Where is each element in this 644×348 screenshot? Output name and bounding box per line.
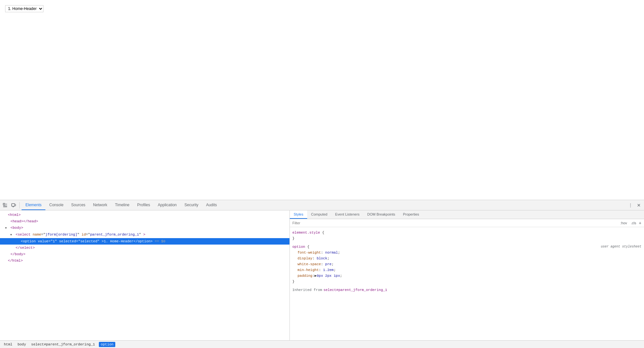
device-mode-button[interactable] bbox=[10, 201, 17, 209]
select-close-bracket: > bbox=[143, 233, 146, 237]
option-quote1: " bbox=[55, 239, 57, 243]
styles-panel-wrapper: Styles Computed Event Listeners DOM Brea… bbox=[290, 210, 644, 340]
option-font-weight-prop: font-weight bbox=[298, 251, 321, 255]
styles-tab-computed[interactable]: Computed bbox=[307, 210, 331, 219]
tab-profiles[interactable]: Profiles bbox=[133, 200, 154, 210]
option-tag-name: option bbox=[23, 239, 36, 243]
element-style-closing-brace: } bbox=[292, 237, 295, 240]
option-attr-val2: selected bbox=[80, 239, 98, 243]
tab-audits[interactable]: Audits bbox=[202, 200, 221, 210]
tab-elements[interactable]: Elements bbox=[22, 200, 45, 210]
select-quote2: " bbox=[139, 233, 141, 237]
option-whitespace-prop: white-space bbox=[298, 262, 321, 266]
triangle-select[interactable] bbox=[10, 232, 14, 238]
svg-rect-4 bbox=[12, 204, 15, 206]
svg-rect-6 bbox=[15, 204, 16, 206]
page-area: 1. Home-Header bbox=[0, 0, 644, 200]
colon1: : bbox=[321, 251, 325, 255]
colon2: : bbox=[312, 256, 317, 260]
styles-tab-event-listeners[interactable]: Event Listeners bbox=[331, 210, 364, 219]
code-line-body-close: </body> bbox=[0, 251, 289, 257]
option-min-height-prop: min-height bbox=[298, 268, 319, 272]
option-font-weight-val: normal bbox=[325, 251, 338, 255]
code-line-option[interactable]: <option value="1" selected="selected" >1… bbox=[0, 238, 289, 245]
option-style-source: user agent stylesheet bbox=[601, 244, 641, 250]
devtools-toolbar: Elements Console Sources Network Timelin… bbox=[0, 200, 644, 210]
option-eq2: =" bbox=[76, 239, 80, 243]
semicolon1: ; bbox=[338, 251, 340, 255]
filter-bar: :hov .cls + bbox=[290, 219, 644, 227]
semicolon5: ; bbox=[340, 274, 342, 278]
breadcrumb-body[interactable]: body bbox=[16, 342, 27, 347]
tab-timeline[interactable]: Timeline bbox=[111, 200, 133, 210]
option-whitespace-val: pre bbox=[325, 262, 332, 266]
semicolon3: ; bbox=[332, 262, 334, 266]
colon5: : bbox=[312, 274, 315, 278]
close-devtools-button[interactable]: ✕ bbox=[635, 201, 643, 209]
triangle-body[interactable] bbox=[5, 225, 8, 231]
element-style-open-brace: { bbox=[322, 231, 324, 235]
option-closing-brace: } bbox=[292, 280, 295, 284]
inherited-from-label: Inherited from bbox=[292, 287, 322, 293]
hov-button[interactable]: :hov bbox=[619, 220, 629, 226]
add-style-rule-button[interactable]: + bbox=[639, 220, 641, 226]
styles-tab-styles[interactable]: Styles bbox=[290, 210, 307, 219]
toolbar-separator bbox=[19, 202, 20, 208]
option-selector: option bbox=[292, 245, 305, 249]
option-text: 1. Home-Header bbox=[104, 239, 133, 243]
breadcrumb-select[interactable]: select#parent_jform_ordering_1 bbox=[30, 342, 96, 347]
breadcrumb-html[interactable]: html bbox=[3, 342, 14, 347]
devtools-panel: Elements Console Sources Network Timelin… bbox=[0, 200, 644, 348]
body-tag: <body> bbox=[11, 226, 24, 230]
option-quote2: " bbox=[97, 239, 99, 243]
styles-tab-dom-breakpoints[interactable]: DOM Breakpoints bbox=[364, 210, 399, 219]
element-style-rule: element.style { } bbox=[292, 230, 641, 241]
option-padding-val: 0px 2px 1px bbox=[317, 274, 340, 278]
tab-security[interactable]: Security bbox=[181, 200, 202, 210]
option-padding: padding:▶0px 2px 1px; bbox=[292, 273, 641, 279]
tab-console[interactable]: Console bbox=[45, 200, 67, 210]
inherited-from-section: Inherited from select#parent_jform_order… bbox=[292, 287, 641, 293]
styles-panel: Styles Computed Event Listeners DOM Brea… bbox=[290, 210, 644, 340]
svg-rect-0 bbox=[3, 203, 5, 205]
code-line-select-close: </select> bbox=[0, 245, 289, 251]
more-menu-button[interactable]: ⋮ bbox=[627, 201, 634, 209]
option-open-brace: { bbox=[307, 245, 309, 249]
select-quote1: " bbox=[77, 233, 80, 237]
colon3: : bbox=[321, 262, 325, 266]
code-line-html-close: </html> bbox=[0, 257, 289, 264]
elements-panel[interactable]: <html> <head></head> <body> <select name… bbox=[0, 210, 290, 340]
option-end-tag: </option> bbox=[134, 239, 153, 243]
breadcrumb-option[interactable]: option bbox=[99, 342, 116, 347]
tab-application[interactable]: Application bbox=[154, 200, 181, 210]
cls-button[interactable]: .cls bbox=[630, 220, 638, 226]
devtools-content: <html> <head></head> <body> <select name… bbox=[0, 210, 644, 340]
option-min-height-val: 1.2em bbox=[323, 268, 334, 272]
head-tag: <head></head> bbox=[11, 219, 38, 223]
code-line-head: <head></head> bbox=[0, 218, 289, 225]
element-style-selector: element.style bbox=[292, 231, 320, 235]
styles-tab-properties[interactable]: Properties bbox=[399, 210, 423, 219]
select-tag-name: select bbox=[18, 233, 31, 237]
filter-right-controls: :hov .cls + bbox=[619, 220, 641, 226]
option-padding-prop: padding bbox=[298, 274, 312, 278]
semicolon4: ; bbox=[334, 268, 336, 272]
tab-network[interactable]: Network bbox=[89, 200, 111, 210]
option-style-rule: user agent stylesheet option { font-weig… bbox=[292, 244, 641, 285]
select-eq1: =" bbox=[41, 233, 45, 237]
option-font-weight: font-weight: normal; bbox=[292, 250, 641, 256]
colon4: : bbox=[319, 268, 323, 272]
select-attr-val1: jform[ordering] bbox=[45, 233, 77, 237]
tab-sources[interactable]: Sources bbox=[67, 200, 89, 210]
inspect-element-button[interactable] bbox=[1, 201, 9, 209]
styles-filter-input[interactable] bbox=[292, 221, 618, 225]
inherited-from-selector[interactable]: select#parent_jform_ordering_1 bbox=[323, 287, 387, 293]
toolbar-right-icons: ⋮ ✕ bbox=[627, 201, 643, 209]
code-line-body: <body> bbox=[0, 225, 289, 231]
select-end-tag: </select> bbox=[16, 246, 35, 250]
page-select-dropdown[interactable]: 1. Home-Header bbox=[5, 5, 43, 12]
option-display-prop: display bbox=[298, 256, 312, 260]
select-attr-val2: parent_jform_ordering_1 bbox=[90, 233, 139, 237]
option-min-height: min-height: 1.2em; bbox=[292, 267, 641, 273]
status-bar: html body select#parent_jform_ordering_1… bbox=[0, 340, 644, 348]
